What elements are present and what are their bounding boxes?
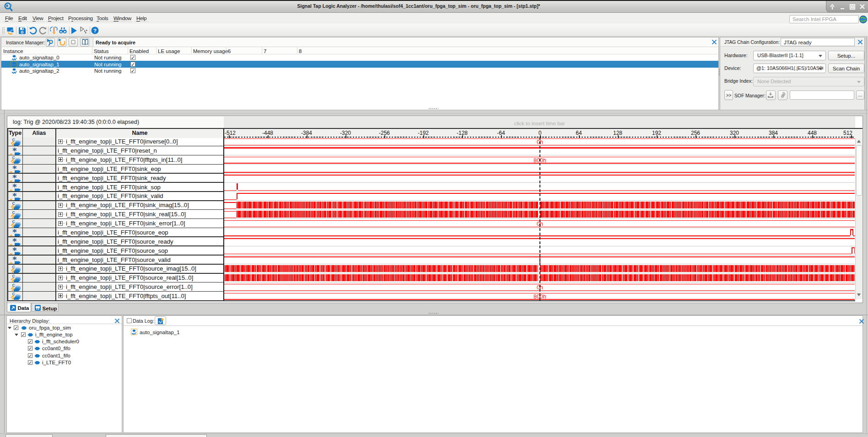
svg-text:?: ? — [93, 28, 97, 33]
